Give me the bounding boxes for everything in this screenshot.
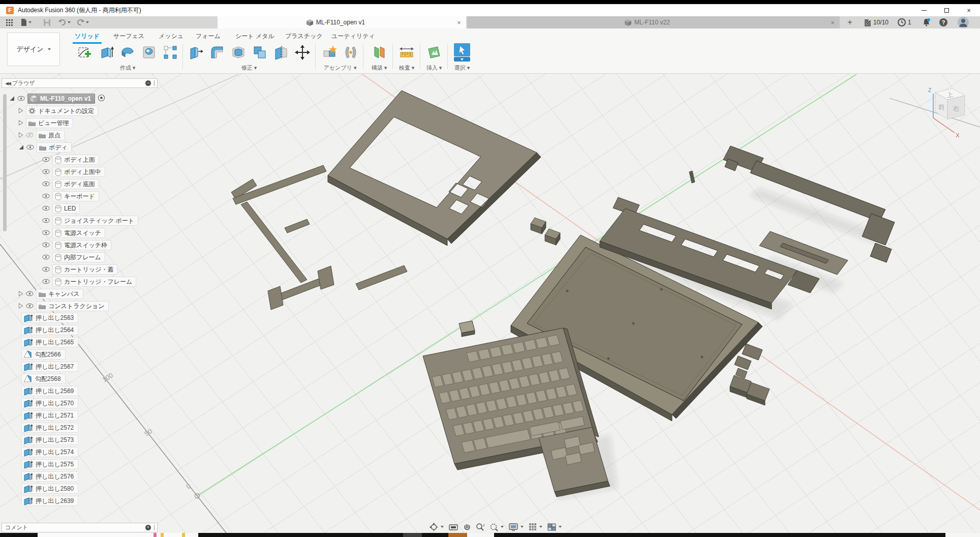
feature-row-押し出し2571[interactable]: 押し出し2571: [21, 410, 78, 421]
document-tab-active[interactable]: ML-F110_open v1 ×: [218, 16, 466, 28]
extrude-icon[interactable]: [96, 42, 116, 63]
part-power-switch[interactable]: [531, 218, 546, 234]
feature-row-勾配2568[interactable]: 勾配2568: [21, 373, 66, 384]
visibility-eye-icon[interactable]: [17, 94, 25, 103]
ribbon-tab-3[interactable]: メッシュ: [157, 31, 186, 42]
visibility-eye-icon[interactable]: [26, 143, 34, 152]
ribbon-group-label[interactable]: 検査 ▾: [394, 64, 419, 72]
save-button[interactable]: [41, 16, 53, 28]
zoom-tool[interactable]: ±: [476, 523, 484, 531]
tree-item[interactable]: 内部フレーム: [52, 252, 105, 262]
tree-item[interactable]: ジョイスティック ポート: [52, 216, 138, 226]
browser-row-キーボード[interactable]: キーボード: [0, 191, 99, 202]
history-badge[interactable]: 1: [898, 16, 911, 28]
tree-item[interactable]: キャンバス: [36, 289, 83, 299]
browser-row-電源スイッチ[interactable]: 電源スイッチ: [0, 227, 105, 238]
dropdown-caret-icon[interactable]: [520, 526, 524, 528]
visibility-eye-icon[interactable]: [26, 289, 34, 299]
file-menu-button[interactable]: [18, 16, 34, 28]
feature-item[interactable]: 押し出し2572: [21, 423, 78, 433]
plane-icon[interactable]: [369, 42, 389, 63]
timeline-strip[interactable]: [0, 533, 980, 537]
browser-row-LED[interactable]: LED: [0, 203, 80, 214]
ribbon-group-label[interactable]: 修正 ▾: [184, 64, 314, 72]
visibility-eye-icon[interactable]: [42, 216, 50, 225]
part-joystick-port[interactable]: [730, 368, 770, 405]
visibility-eye-icon[interactable]: [42, 167, 50, 176]
part-body-top[interactable]: [328, 91, 541, 246]
visibility-eye-icon[interactable]: [42, 265, 50, 274]
save-status-badge[interactable]: 10/10: [864, 16, 889, 28]
browser-row-カートリッジ・フレーム[interactable]: カートリッジ・フレーム: [0, 276, 136, 287]
ribbon-tab-2[interactable]: サーフェス: [111, 31, 146, 42]
visibility-eye-icon[interactable]: [42, 228, 50, 237]
tree-item[interactable]: 原点: [36, 130, 65, 140]
feature-item[interactable]: 押し出し2574: [21, 447, 78, 457]
feature-item[interactable]: 押し出し2575: [21, 459, 78, 469]
split-icon[interactable]: [271, 42, 291, 63]
redo-button[interactable]: [75, 16, 90, 28]
part-cartridge-frame[interactable]: [723, 146, 895, 262]
tree-item[interactable]: 電源スイッチ: [52, 228, 105, 238]
orbit-tool[interactable]: [430, 523, 444, 531]
visibility-eye-icon[interactable]: [42, 180, 50, 189]
fillet-icon[interactable]: [207, 42, 227, 63]
tab-close-icon[interactable]: ×: [828, 17, 838, 27]
feature-row-押し出し2564[interactable]: 押し出し2564: [21, 324, 78, 336]
feature-row-押し出し2567[interactable]: 押し出し2567: [21, 361, 78, 372]
visibility-eye-icon[interactable]: [42, 204, 50, 213]
revolve-icon[interactable]: [117, 42, 138, 63]
dropdown-caret-icon[interactable]: [501, 526, 504, 528]
feature-row-押し出し2575[interactable]: 押し出し2575: [21, 459, 78, 470]
collapsed-expander-icon[interactable]: [18, 106, 23, 115]
tree-item[interactable]: カートリッジ・フレーム: [52, 277, 136, 287]
feature-item[interactable]: 押し出し2571: [21, 410, 78, 421]
maximize-button[interactable]: [935, 4, 958, 16]
ribbon-group-label[interactable]: アセンブリ ▾: [318, 64, 362, 72]
press-pull-icon[interactable]: [186, 42, 206, 63]
collapse-panel-icon[interactable]: ◀◀: [5, 81, 10, 86]
browser-row-ボディ[interactable]: ボディ: [0, 142, 72, 153]
feature-row-押し出し2639[interactable]: 押し出し2639: [21, 495, 78, 506]
feature-item[interactable]: 押し出し2569: [21, 386, 78, 396]
browser-row-ビュー管理[interactable]: ビュー管理: [0, 117, 73, 129]
select-icon[interactable]: [452, 42, 472, 63]
browser-row-原点[interactable]: 原点: [0, 130, 65, 141]
feature-row-押し出し2580[interactable]: 押し出し2580: [21, 483, 78, 494]
feature-row-押し出し2569[interactable]: 押し出し2569: [21, 385, 78, 397]
comment-bar[interactable]: コメント +: [2, 523, 158, 532]
feature-row-押し出し2563[interactable]: 押し出し2563: [21, 312, 78, 323]
ribbon-tab-4[interactable]: フォーム: [194, 31, 223, 42]
tree-item[interactable]: ML-F110_open v1: [27, 94, 95, 104]
ribbon-group-label[interactable]: 構築 ▾: [367, 64, 391, 72]
visibility-eye-icon[interactable]: [42, 253, 50, 262]
browser-row-キャンバス[interactable]: キャンバス: [0, 288, 83, 300]
tree-item[interactable]: コンストラクション: [36, 301, 109, 311]
undo-button[interactable]: [57, 16, 72, 28]
browser-row-ボディ上面中[interactable]: ボディ上面中: [0, 166, 105, 177]
ribbon-group-label[interactable]: 挿入 ▾: [422, 64, 446, 72]
tree-item[interactable]: ビュー管理: [26, 118, 73, 128]
new-component-icon[interactable]: [319, 42, 340, 63]
active-component-radio[interactable]: [98, 94, 105, 104]
sketch-icon[interactable]: [75, 42, 95, 63]
pan-tool[interactable]: [463, 523, 471, 531]
viewports-tool[interactable]: [547, 523, 562, 531]
visibility-eye-icon[interactable]: [42, 241, 50, 250]
browser-row-ドキュメントの設定[interactable]: ドキュメントの設定: [0, 105, 98, 116]
feature-item[interactable]: 押し出し2564: [21, 325, 78, 335]
part-led[interactable]: [689, 171, 695, 183]
hole-icon[interactable]: [139, 42, 159, 63]
ribbon-group-label[interactable]: 選択 ▾: [449, 64, 475, 72]
help-button[interactable]: ?: [936, 16, 951, 28]
look-at-tool[interactable]: [449, 523, 458, 531]
viewcube[interactable]: 上 前 右 Z X: [900, 84, 980, 150]
tree-item[interactable]: キーボード: [52, 191, 99, 201]
panel-grip-icon[interactable]: [154, 525, 155, 530]
browser-row-内部フレーム[interactable]: 内部フレーム: [0, 252, 105, 263]
window-zoom-tool[interactable]: [489, 523, 504, 531]
visibility-eye-icon[interactable]: [42, 277, 50, 286]
viewport-canvas[interactable]: 100500: [0, 74, 980, 533]
browser-row-ボディ底面[interactable]: ボディ底面: [0, 178, 99, 190]
visibility-eye-icon[interactable]: [26, 131, 34, 140]
